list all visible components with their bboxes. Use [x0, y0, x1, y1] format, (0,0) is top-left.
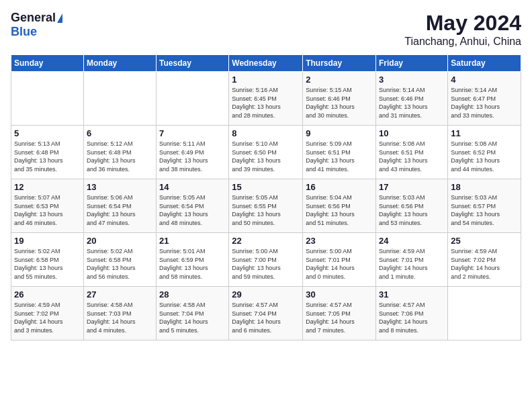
calendar-cell: 30Sunrise: 4:57 AM Sunset: 7:05 PM Dayli…	[303, 287, 376, 340]
day-number: 30	[306, 289, 373, 300]
calendar-cell: 28Sunrise: 4:58 AM Sunset: 7:04 PM Dayli…	[157, 287, 229, 340]
calendar-cell: 17Sunrise: 5:03 AM Sunset: 6:56 PM Dayli…	[376, 179, 448, 233]
calendar-cell	[83, 72, 156, 126]
day-info: Sunrise: 4:59 AM Sunset: 7:02 PM Dayligh…	[451, 247, 518, 281]
day-number: 21	[159, 236, 226, 246]
page-header: General Blue May 2024 Tianchang, Anhui, …	[11, 11, 521, 48]
day-info: Sunrise: 5:14 AM Sunset: 6:46 PM Dayligh…	[379, 86, 445, 120]
day-info: Sunrise: 5:10 AM Sunset: 6:50 PM Dayligh…	[232, 140, 300, 173]
day-info: Sunrise: 5:00 AM Sunset: 7:00 PM Dayligh…	[232, 247, 300, 281]
day-info: Sunrise: 5:01 AM Sunset: 6:59 PM Dayligh…	[159, 247, 226, 281]
day-number: 10	[379, 128, 445, 138]
calendar-cell: 1Sunrise: 5:16 AM Sunset: 6:45 PM Daylig…	[229, 72, 303, 126]
calendar-cell: 3Sunrise: 5:14 AM Sunset: 6:46 PM Daylig…	[376, 72, 448, 126]
day-number: 6	[87, 128, 153, 138]
calendar-cell: 24Sunrise: 4:59 AM Sunset: 7:01 PM Dayli…	[376, 233, 448, 287]
day-number: 14	[159, 182, 226, 192]
calendar-cell: 18Sunrise: 5:03 AM Sunset: 6:57 PM Dayli…	[448, 179, 521, 233]
calendar-cell: 11Sunrise: 5:08 AM Sunset: 6:52 PM Dayli…	[448, 126, 521, 179]
title-block: May 2024 Tianchang, Anhui, China	[404, 11, 521, 48]
column-header-wednesday: Wednesday	[229, 55, 303, 72]
calendar-cell: 6Sunrise: 5:12 AM Sunset: 6:48 PM Daylig…	[83, 126, 156, 179]
day-info: Sunrise: 5:09 AM Sunset: 6:51 PM Dayligh…	[306, 140, 373, 173]
day-info: Sunrise: 4:59 AM Sunset: 7:01 PM Dayligh…	[379, 247, 445, 281]
calendar-cell: 14Sunrise: 5:05 AM Sunset: 6:54 PM Dayli…	[157, 179, 229, 233]
day-info: Sunrise: 5:15 AM Sunset: 6:46 PM Dayligh…	[306, 86, 373, 120]
calendar-cell: 22Sunrise: 5:00 AM Sunset: 7:00 PM Dayli…	[229, 233, 303, 287]
logo-icon	[57, 13, 62, 23]
day-info: Sunrise: 5:08 AM Sunset: 6:52 PM Dayligh…	[451, 140, 518, 173]
day-info: Sunrise: 5:02 AM Sunset: 6:58 PM Dayligh…	[14, 247, 81, 281]
day-info: Sunrise: 5:08 AM Sunset: 6:51 PM Dayligh…	[379, 140, 445, 173]
day-number: 13	[87, 182, 153, 192]
day-number: 11	[451, 128, 518, 138]
calendar-cell: 21Sunrise: 5:01 AM Sunset: 6:59 PM Dayli…	[157, 233, 229, 287]
day-info: Sunrise: 5:06 AM Sunset: 6:54 PM Dayligh…	[87, 193, 153, 227]
calendar-subtitle: Tianchang, Anhui, China	[404, 36, 521, 48]
day-info: Sunrise: 5:05 AM Sunset: 6:54 PM Dayligh…	[159, 193, 226, 227]
calendar-cell: 23Sunrise: 5:00 AM Sunset: 7:01 PM Dayli…	[303, 233, 376, 287]
day-number: 19	[14, 236, 81, 246]
logo: General Blue	[11, 11, 62, 39]
calendar-week-row: 26Sunrise: 4:59 AM Sunset: 7:02 PM Dayli…	[11, 287, 521, 340]
day-number: 22	[232, 236, 300, 246]
calendar-cell: 27Sunrise: 4:58 AM Sunset: 7:03 PM Dayli…	[83, 287, 156, 340]
day-number: 5	[14, 128, 81, 138]
day-info: Sunrise: 5:14 AM Sunset: 6:47 PM Dayligh…	[451, 86, 518, 120]
column-header-saturday: Saturday	[448, 55, 521, 72]
calendar-week-row: 12Sunrise: 5:07 AM Sunset: 6:53 PM Dayli…	[11, 179, 521, 233]
day-info: Sunrise: 5:02 AM Sunset: 6:58 PM Dayligh…	[87, 247, 153, 281]
calendar-cell: 20Sunrise: 5:02 AM Sunset: 6:58 PM Dayli…	[83, 233, 156, 287]
day-info: Sunrise: 4:57 AM Sunset: 7:06 PM Dayligh…	[379, 301, 445, 334]
day-number: 7	[159, 128, 226, 138]
day-info: Sunrise: 5:03 AM Sunset: 6:57 PM Dayligh…	[451, 193, 518, 227]
calendar-cell	[448, 287, 521, 340]
day-number: 25	[451, 236, 518, 246]
calendar-cell: 9Sunrise: 5:09 AM Sunset: 6:51 PM Daylig…	[303, 126, 376, 179]
day-info: Sunrise: 4:59 AM Sunset: 7:02 PM Dayligh…	[14, 301, 81, 334]
calendar-cell	[157, 72, 229, 126]
day-number: 26	[14, 289, 81, 300]
calendar-week-row: 19Sunrise: 5:02 AM Sunset: 6:58 PM Dayli…	[11, 233, 521, 287]
calendar-cell: 5Sunrise: 5:13 AM Sunset: 6:48 PM Daylig…	[11, 126, 84, 179]
day-number: 23	[306, 236, 373, 246]
calendar-cell: 7Sunrise: 5:11 AM Sunset: 6:49 PM Daylig…	[157, 126, 229, 179]
day-number: 24	[379, 236, 445, 246]
calendar-cell: 26Sunrise: 4:59 AM Sunset: 7:02 PM Dayli…	[11, 287, 84, 340]
day-number: 8	[232, 128, 300, 138]
day-info: Sunrise: 5:11 AM Sunset: 6:49 PM Dayligh…	[159, 140, 226, 173]
day-info: Sunrise: 5:16 AM Sunset: 6:45 PM Dayligh…	[232, 86, 300, 120]
calendar-cell: 13Sunrise: 5:06 AM Sunset: 6:54 PM Dayli…	[83, 179, 156, 233]
day-number: 15	[232, 182, 300, 192]
day-info: Sunrise: 5:12 AM Sunset: 6:48 PM Dayligh…	[87, 140, 153, 173]
day-info: Sunrise: 5:00 AM Sunset: 7:01 PM Dayligh…	[306, 247, 373, 281]
calendar-table: SundayMondayTuesdayWednesdayThursdayFrid…	[11, 54, 521, 340]
calendar-cell: 19Sunrise: 5:02 AM Sunset: 6:58 PM Dayli…	[11, 233, 84, 287]
day-info: Sunrise: 5:03 AM Sunset: 6:56 PM Dayligh…	[379, 193, 445, 227]
day-number: 16	[306, 182, 373, 192]
column-header-friday: Friday	[376, 55, 448, 72]
column-header-sunday: Sunday	[11, 55, 84, 72]
day-number: 4	[451, 75, 518, 85]
calendar-cell: 25Sunrise: 4:59 AM Sunset: 7:02 PM Dayli…	[448, 233, 521, 287]
calendar-header-row: SundayMondayTuesdayWednesdayThursdayFrid…	[11, 55, 521, 72]
logo-blue-text: Blue	[11, 25, 37, 39]
calendar-cell: 31Sunrise: 4:57 AM Sunset: 7:06 PM Dayli…	[376, 287, 448, 340]
day-info: Sunrise: 5:04 AM Sunset: 6:56 PM Dayligh…	[306, 193, 373, 227]
day-info: Sunrise: 4:58 AM Sunset: 7:03 PM Dayligh…	[87, 301, 153, 334]
day-number: 18	[451, 182, 518, 192]
calendar-cell: 10Sunrise: 5:08 AM Sunset: 6:51 PM Dayli…	[376, 126, 448, 179]
calendar-cell	[11, 72, 84, 126]
calendar-cell: 4Sunrise: 5:14 AM Sunset: 6:47 PM Daylig…	[448, 72, 521, 126]
day-info: Sunrise: 5:07 AM Sunset: 6:53 PM Dayligh…	[14, 193, 81, 227]
day-number: 1	[232, 75, 300, 85]
column-header-tuesday: Tuesday	[157, 55, 229, 72]
day-info: Sunrise: 4:57 AM Sunset: 7:05 PM Dayligh…	[306, 301, 373, 334]
calendar-title: May 2024	[404, 11, 521, 36]
day-info: Sunrise: 4:58 AM Sunset: 7:04 PM Dayligh…	[159, 301, 226, 334]
day-number: 2	[306, 75, 373, 85]
day-number: 20	[87, 236, 153, 246]
day-number: 3	[379, 75, 445, 85]
column-header-monday: Monday	[83, 55, 156, 72]
calendar-cell: 2Sunrise: 5:15 AM Sunset: 6:46 PM Daylig…	[303, 72, 376, 126]
